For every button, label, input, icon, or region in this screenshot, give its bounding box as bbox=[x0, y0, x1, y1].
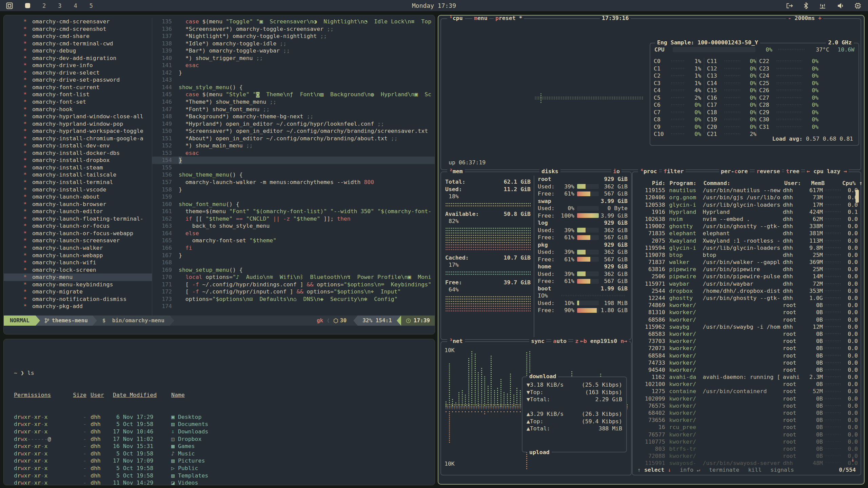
workspace-3[interactable]: 3 bbox=[58, 2, 61, 9]
process-row[interactable]: 115971waybar/usr/bin/waybardhh72M0.0 bbox=[633, 280, 861, 287]
process-row[interactable]: 94540kworker/root0B0.0 bbox=[633, 366, 861, 373]
file-item[interactable]: *omarchy-install-chromium-google-a bbox=[4, 135, 152, 142]
process-row[interactable]: 1162avahi-daavahi-daemon: running [avahi… bbox=[633, 373, 861, 381]
process-row[interactable]: 68402kworker/root0B0.0 bbox=[633, 409, 861, 416]
process-row[interactable]: 63816pipewire/usr/bin/pipewiredhh25M0.0 bbox=[633, 266, 861, 273]
file-item[interactable]: *omarchy-font-set bbox=[4, 98, 152, 106]
network-icon[interactable] bbox=[818, 2, 827, 9]
proc-tree-button[interactable]: tree bbox=[784, 168, 801, 175]
cpu-icon[interactable] bbox=[854, 2, 861, 9]
workspace-5[interactable]: 5 bbox=[90, 2, 93, 9]
workspace-4[interactable]: 4 bbox=[74, 2, 77, 9]
interval-control[interactable]: - 2000ms + bbox=[786, 15, 823, 22]
file-item[interactable]: *omarchy-install-steam bbox=[4, 164, 152, 171]
process-row[interactable]: 115962swaybg/usr/bin/swaybg -i /homdhh12… bbox=[633, 323, 861, 330]
logout-icon[interactable] bbox=[786, 2, 793, 9]
net-auto-button[interactable]: auto bbox=[551, 338, 568, 345]
file-item[interactable]: *omarchy-hook bbox=[4, 106, 152, 113]
file-item[interactable]: *omarchy-menu bbox=[4, 273, 152, 281]
file-item[interactable]: *omarchy-launch-floating-terminal- bbox=[4, 215, 152, 223]
file-item[interactable]: *omarchy-hyprland-window-close-all bbox=[4, 113, 152, 120]
proc-percore-button[interactable]: per-core bbox=[719, 168, 750, 175]
process-row[interactable]: 68584kworker/root0B0.0 bbox=[633, 352, 861, 359]
file-item[interactable]: *omarchy-launch-or-focus bbox=[4, 222, 152, 230]
process-row[interactable]: 110775kworker/root0B0.0 bbox=[633, 438, 861, 445]
file-item[interactable]: *omarchy-cmd-share bbox=[4, 33, 152, 40]
file-item[interactable]: *omarchy-install-terminal bbox=[4, 179, 152, 186]
code-pane[interactable]: 135 case $(menu "Toggle" "▣ Screensaver\… bbox=[152, 18, 435, 316]
process-row[interactable]: 119594glycin-i/usr/lib/glycin-loadersdhh… bbox=[633, 244, 861, 251]
process-row[interactable]: 16rcu_preeroot0B0.0 bbox=[633, 424, 861, 431]
process-row[interactable]: 71837walker/usr/bin/walker --gappldhh369… bbox=[633, 259, 861, 266]
io-toggle[interactable]: io bbox=[611, 168, 622, 175]
file-item[interactable]: *omarchy-launch-editor bbox=[4, 208, 152, 215]
process-row[interactable]: 803btrfs-trroot0B0.0 bbox=[633, 445, 861, 452]
process-row[interactable]: 68583kworker/root0B0.0 bbox=[633, 330, 861, 338]
process-row[interactable]: 76575kworker/root0B0.0 bbox=[633, 402, 861, 409]
process-row[interactable]: 120406org.gnom/usr/bin/gjs /usr/lib/odhh… bbox=[633, 194, 861, 201]
file-item[interactable]: *omarchy-install-tailscale bbox=[4, 171, 152, 179]
workspace-2[interactable]: 2 bbox=[42, 2, 46, 9]
file-item[interactable]: *omarchy-lock-screen bbox=[4, 266, 152, 274]
file-item[interactable]: *omarchy-pkg-add bbox=[4, 303, 152, 310]
proc-scrollbar[interactable] bbox=[855, 190, 859, 203]
process-row[interactable]: 71835elephantelephantdhh381M0.0 bbox=[633, 230, 861, 237]
file-item[interactable]: *omarchy-cmd-screensaver bbox=[4, 18, 152, 25]
file-item[interactable]: *omarchy-install-vscode bbox=[4, 186, 152, 194]
process-row[interactable]: 102638nvimnvim --embed .dhh62M0.0 bbox=[633, 216, 861, 223]
process-row[interactable]: 68586kworker/root0B0.0 bbox=[633, 316, 861, 323]
process-row[interactable]: 72088kworker/root0B0.0 bbox=[633, 452, 861, 460]
file-item[interactable]: *omarchy-install-docker-dbs bbox=[4, 149, 152, 157]
process-row[interactable]: 73656kworker/root0B0.0 bbox=[633, 416, 861, 424]
file-item[interactable]: *omarchy-hyprland-workspace-toggle bbox=[4, 127, 152, 135]
file-item[interactable]: *omarchy-drive-info bbox=[4, 62, 152, 69]
file-item[interactable]: *omarchy-launch-walker bbox=[4, 244, 152, 252]
scroll-down-indicator[interactable]: ↓ bbox=[851, 456, 854, 464]
file-item[interactable]: *omarchy-install-dev-env bbox=[4, 142, 152, 149]
kill-button[interactable]: kill bbox=[748, 466, 762, 474]
file-item[interactable]: *omarchy-launch-browser bbox=[4, 201, 152, 208]
process-row[interactable]: 76577kworker/root0B0.0 bbox=[633, 431, 861, 438]
file-item[interactable]: *omarchy-launch-wifi bbox=[4, 259, 152, 266]
file-item[interactable]: *omarchy-dev-add-migration bbox=[4, 55, 152, 62]
terminate-button[interactable]: terminate bbox=[709, 466, 739, 474]
process-row[interactable]: 81310kworker/root0B0.0 bbox=[633, 309, 861, 316]
process-row[interactable]: 2506pipewire/usr/bin/pipewire-pulsedhh14… bbox=[633, 273, 861, 280]
process-row[interactable]: 119002ghostty/usr/bin/ghostty --gtk-dhh3… bbox=[633, 223, 861, 230]
file-item[interactable]: *omarchy-hyprland-window-pop bbox=[4, 120, 152, 128]
file-item[interactable]: *omarchy-migrate bbox=[4, 288, 152, 296]
process-row[interactable]: 119155nautilus/usr/bin/nautilus --newdhh… bbox=[633, 187, 861, 194]
process-row[interactable]: 102100kworker/root0B0.0 bbox=[633, 381, 861, 388]
file-item[interactable]: *omarchy-drive-select bbox=[4, 69, 152, 77]
menu-button[interactable]: menu bbox=[472, 15, 489, 22]
workspace-1-active[interactable] bbox=[25, 3, 30, 8]
proc-reverse-button[interactable]: reverse bbox=[755, 168, 782, 175]
volume-icon[interactable] bbox=[837, 2, 844, 9]
proc-filter-button[interactable]: filter bbox=[662, 168, 686, 175]
file-item[interactable]: *omarchy-install-dropbox bbox=[4, 157, 152, 164]
select-button[interactable]: select bbox=[644, 467, 665, 473]
file-item[interactable]: *omarchy-cmd-screenshot bbox=[4, 25, 152, 33]
net-sync-button[interactable]: sync bbox=[529, 338, 546, 345]
file-item[interactable]: *omarchy-launch-webapp bbox=[4, 252, 152, 259]
process-row[interactable]: 120538glycin-i/usr/lib/glycin-loadersdhh… bbox=[633, 201, 861, 208]
signals-button[interactable]: signals bbox=[770, 466, 794, 474]
process-row[interactable]: 102099kworker/root0B0.0 bbox=[633, 395, 861, 402]
process-row[interactable]: 1916HyprlandHyprlanddhh424M0.1 bbox=[633, 208, 861, 216]
file-item[interactable]: *omarchy-launch-or-focus-webapp bbox=[4, 230, 152, 237]
proc-sort-selector[interactable]: ← cpu lazy → bbox=[805, 168, 849, 175]
file-item[interactable]: *omarchy-debug bbox=[4, 47, 152, 55]
process-row[interactable]: 72073kworker/root0B0.0 bbox=[633, 345, 861, 352]
process-row[interactable]: 2544dropbox/home/dhh/.dropbox-distdhh353… bbox=[633, 287, 861, 294]
process-row[interactable]: 12244ghostty/usr/bin/ghostty --gtk-dhh1.… bbox=[633, 294, 861, 302]
process-row[interactable]: 73703kworker/root0B0.0 bbox=[633, 338, 861, 345]
process-row[interactable]: 119078btopbtopdhh25M0.0 bbox=[633, 251, 861, 259]
process-row[interactable]: 2075XwaylandXwayland :1 -rootless -dhh11… bbox=[633, 237, 861, 244]
file-item[interactable]: *omarchy-launch-about bbox=[4, 193, 152, 201]
process-row[interactable]: 74733kworker/root0B0.0 bbox=[633, 359, 861, 366]
file-item[interactable]: *omarchy-launch-screensaver bbox=[4, 237, 152, 244]
process-row[interactable]: 74869kworker/root0B0.0 bbox=[633, 302, 861, 309]
net-interface-switcher[interactable]: ←b enp191s0 n→ bbox=[578, 338, 629, 345]
process-row[interactable]: 115991swayosd-/usr/bin/swayosd-serverdhh… bbox=[633, 460, 861, 467]
process-row[interactable]: 1275containe/usr/bin/containerdroot52M0.… bbox=[633, 388, 861, 395]
